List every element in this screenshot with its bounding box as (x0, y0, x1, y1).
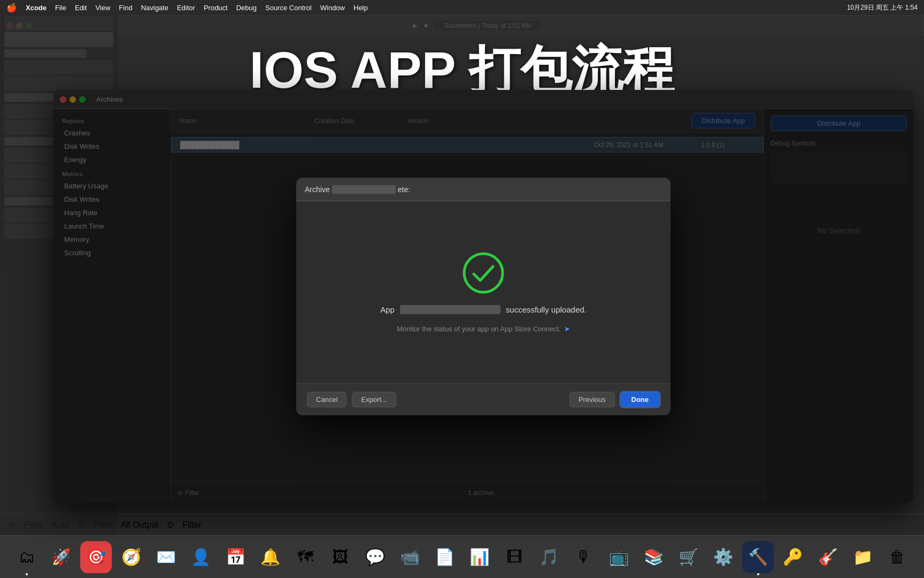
success-checkmark-icon (462, 252, 505, 294)
dock: 🗂 🚀 🎯 🧭 ✉️ 👤 📅 🔔 🗺 🖼 💬 📹 📄 📊 🎞 🎵 🎙 📺 📚 🛒… (0, 535, 924, 578)
dock-item-messages[interactable]: 💬 (359, 541, 391, 573)
dock-item-finder2[interactable]: 📁 (847, 541, 879, 573)
export-button[interactable]: Export... (352, 392, 396, 407)
dock-item-systemprefs[interactable]: ⚙️ (707, 541, 739, 573)
dock-item-trash[interactable]: 🗑 (882, 541, 913, 573)
dialog-body: App ████████████ successfully uploaded. … (296, 201, 671, 383)
done-button[interactable]: Done (620, 392, 660, 407)
dialog-title: Archive ████████ ete: (305, 185, 410, 194)
xcode-bottom-bar: ⊙ Filter Auto ⊙ Filter All Output ⊙ Filt… (0, 514, 924, 535)
dock-item-photos[interactable]: 🖼 (324, 541, 356, 573)
apple-logo-icon[interactable]: 🍎 (6, 3, 17, 13)
dialog-titlebar: Archive ████████ ete: (296, 178, 671, 201)
menu-bar-left: 🍎 Xcode File Edit View Find Navigate Edi… (6, 3, 368, 13)
xcode-window: ▶ ■ Succeeded | Today at 1:51 AM IOS APP… (0, 15, 924, 535)
dock-item-tv[interactable]: 📺 (603, 541, 635, 573)
nav-item-3 (4, 76, 113, 91)
modal-overlay: Archive ████████ ete: App █████ (53, 90, 913, 503)
dock-item-numbers[interactable]: 📊 (464, 541, 495, 573)
menu-file[interactable]: File (55, 4, 66, 12)
dock-item-safari[interactable]: 🧭 (115, 541, 147, 573)
menu-view[interactable]: View (95, 4, 110, 12)
app-name-redacted: ████████████ (400, 305, 500, 314)
menu-debug[interactable]: Debug (236, 4, 257, 12)
dock-item-maps[interactable]: 🗺 (289, 541, 321, 573)
nav-item-selected (4, 32, 113, 47)
dock-item-contacts[interactable]: 👤 (185, 541, 217, 573)
nav-item (4, 16, 113, 31)
dock-item-instruments[interactable]: 🎸 (812, 541, 844, 573)
nav-item-2 (4, 60, 113, 75)
filter-icon-bottom-3: ⊙ (167, 520, 174, 530)
dock-item-xcode[interactable]: 🔨 (742, 541, 774, 573)
app-store-connect-text: Monitor the status of your app on App St… (397, 325, 569, 333)
menu-window[interactable]: Window (320, 4, 345, 12)
filter-label-bottom-3: Filter (182, 520, 202, 530)
cancel-button[interactable]: Cancel (307, 392, 346, 407)
menu-bar: 🍎 Xcode File Edit View Find Navigate Edi… (0, 0, 924, 15)
dock-item-launchpad[interactable]: 🚀 (45, 541, 77, 573)
menu-xcode[interactable]: Xcode (26, 4, 47, 12)
dock-item-keynote[interactable]: 🎞 (498, 541, 530, 573)
dock-item-calendar[interactable]: 📅 (220, 541, 251, 573)
app-name-blurred (4, 49, 87, 58)
dialog-title-redacted: ████████ (332, 185, 396, 194)
previous-button[interactable]: Previous (569, 392, 615, 407)
menu-source-control[interactable]: Source Control (265, 4, 312, 12)
dock-item-finder[interactable]: 🗂 (11, 541, 42, 573)
dock-dot-xcode (757, 573, 759, 575)
menu-bar-time: 10月29日 周五 上午 1:54 (847, 3, 918, 12)
dialog-footer: Cancel Export... Previous Done (296, 383, 671, 415)
organizer-window: Archives Reports Crashes Disk Writes Ene… (53, 90, 913, 503)
dock-item-podcasts[interactable]: 🎙 (568, 541, 599, 573)
dock-item-mail[interactable]: ✉️ (150, 541, 182, 573)
dock-item-launchpad2[interactable]: 🎯 (80, 541, 112, 573)
menu-find[interactable]: Find (119, 4, 132, 12)
dock-item-keychain[interactable]: 🔑 (777, 541, 808, 573)
upload-success-text: App ████████████ successfully uploaded. (380, 305, 587, 314)
svg-point-0 (464, 254, 503, 292)
all-output-label: All Output (121, 520, 158, 530)
dock-item-reminders[interactable]: 🔔 (255, 541, 286, 573)
dock-dot (26, 573, 28, 575)
dock-item-facetime[interactable]: 📹 (394, 541, 426, 573)
menu-edit[interactable]: Edit (75, 4, 87, 12)
dock-item-books[interactable]: 📚 (638, 541, 669, 573)
dock-item-pages[interactable]: 📄 (429, 541, 460, 573)
menu-help[interactable]: Help (353, 4, 368, 12)
external-link-icon: ➤ (564, 325, 570, 333)
dock-item-music[interactable]: 🎵 (533, 541, 565, 573)
menu-product[interactable]: Product (204, 4, 228, 12)
menu-editor[interactable]: Editor (177, 4, 195, 12)
archive-dialog: Archive ████████ ete: App █████ (296, 178, 671, 415)
dock-item-appstore[interactable]: 🛒 (673, 541, 704, 573)
menu-bar-right: 10月29日 周五 上午 1:54 (847, 3, 918, 12)
menu-navigate[interactable]: Navigate (141, 4, 168, 12)
